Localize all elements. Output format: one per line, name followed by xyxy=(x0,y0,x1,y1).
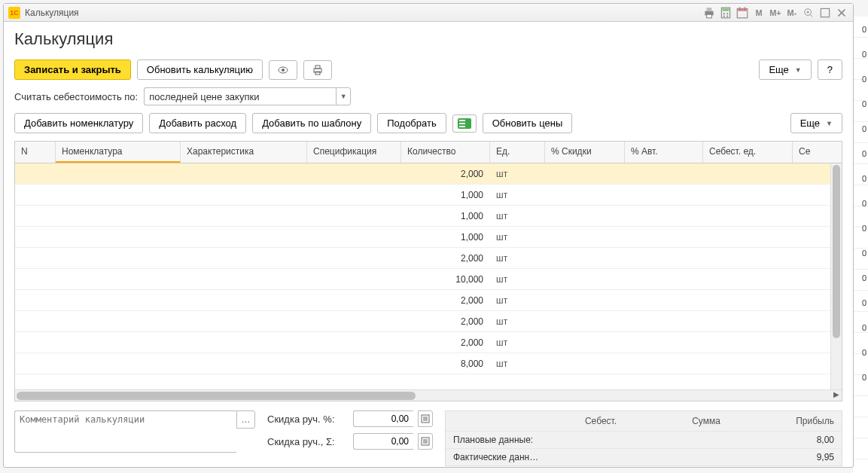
discount-pct-input[interactable] xyxy=(353,410,413,427)
table-settings-button[interactable] xyxy=(452,114,477,133)
discount-pct-label: Скидка руч. %: xyxy=(267,413,349,425)
col-quantity[interactable]: Количество xyxy=(401,142,490,163)
print-icon[interactable] xyxy=(702,6,716,20)
col-nomenclature[interactable]: Номенклатура xyxy=(56,142,181,163)
bg-cell: 0 xyxy=(853,41,868,66)
svg-line-14 xyxy=(811,14,813,17)
horizontal-scrollbar[interactable]: ▶ xyxy=(15,389,842,401)
svg-point-5 xyxy=(723,13,725,14)
bg-cell: 0 xyxy=(853,240,868,265)
col-discount-pct[interactable]: % Скидки xyxy=(545,142,625,163)
mem-m-icon[interactable]: M xyxy=(752,6,766,20)
items-table: N Номенклатура Характеристика Спецификац… xyxy=(14,141,842,401)
cell-qty: 2,000 xyxy=(401,295,490,306)
discount-sum-input[interactable] xyxy=(353,433,413,450)
add-expense-button[interactable]: Добавить расход xyxy=(149,113,246,133)
bg-cell: 0 xyxy=(853,17,868,41)
summary-col-cost: Себест. xyxy=(548,416,653,426)
comment-expand-button[interactable]: … xyxy=(236,410,255,429)
table-row[interactable]: 2,000 шт xyxy=(15,248,830,269)
cost-basis-select[interactable] xyxy=(144,87,336,105)
calc-icon[interactable] xyxy=(719,6,732,20)
table-row[interactable]: 1,000 шт xyxy=(15,227,830,248)
discount-pct-calc-button[interactable] xyxy=(418,410,433,427)
comment-input[interactable] xyxy=(14,410,236,453)
cell-unit: шт xyxy=(490,337,545,348)
col-specification[interactable]: Спецификация xyxy=(307,142,401,163)
zoom-icon[interactable] xyxy=(802,6,815,20)
cell-unit: шт xyxy=(490,274,545,285)
refresh-prices-button[interactable]: Обновить цены xyxy=(483,113,573,133)
add-template-button[interactable]: Добавить по шаблону xyxy=(252,113,371,133)
minimize-icon[interactable] xyxy=(818,6,832,20)
summary-fact-label: Фактические данн… xyxy=(453,452,548,462)
cell-qty: 1,000 xyxy=(401,190,490,200)
cost-basis-dropdown-icon[interactable] xyxy=(336,87,351,105)
col-characteristic[interactable]: Характеристика xyxy=(181,142,307,163)
table-row[interactable]: 1,000 шт xyxy=(15,206,830,227)
titlebar: 1С Калькуляция M M+ M- xyxy=(4,4,853,22)
col-cost-unit[interactable]: Себест. ед. xyxy=(703,142,793,163)
svg-rect-1 xyxy=(707,8,712,11)
col-n[interactable]: N xyxy=(15,142,56,163)
bg-cell: 0 xyxy=(853,116,868,141)
pick-button[interactable]: Подобрать xyxy=(377,113,446,133)
bg-cell: 0 xyxy=(853,265,868,290)
bg-cell: 0 xyxy=(853,166,868,191)
table-row[interactable]: 2,000 шт xyxy=(15,311,830,332)
scrollbar-thumb[interactable] xyxy=(833,165,840,338)
table-row[interactable]: 2,000 шт xyxy=(15,332,830,353)
col-auto-pct[interactable]: % Авт. xyxy=(625,142,703,163)
mem-mminus-icon[interactable]: M- xyxy=(785,6,799,20)
help-button[interactable]: ? xyxy=(818,60,842,80)
cell-qty: 2,000 xyxy=(401,253,490,264)
scroll-right-icon[interactable]: ▶ xyxy=(833,390,839,398)
col-unit[interactable]: Ед. xyxy=(490,142,545,163)
table-row[interactable]: 8,000 шт xyxy=(15,353,830,374)
vertical-scrollbar[interactable] xyxy=(830,163,842,389)
discount-sum-label: Скидка руч., Σ: xyxy=(267,436,349,447)
calendar-icon[interactable] xyxy=(736,6,749,20)
more-button[interactable]: Еще xyxy=(759,60,811,80)
refresh-calc-button[interactable]: Обновить калькуляцию xyxy=(137,60,263,80)
bg-cell: 0 xyxy=(853,290,868,315)
table-header: N Номенклатура Характеристика Спецификац… xyxy=(15,142,842,163)
table-more-button[interactable]: Еще xyxy=(790,113,842,133)
background-grid: 0 0 0 0 0 0 0 0 0 0 0 0 0 0 0 xyxy=(853,17,868,473)
svg-rect-23 xyxy=(315,66,320,69)
bg-cell: 0 xyxy=(853,340,868,365)
cell-qty: 2,000 xyxy=(401,316,490,327)
summary-fact-profit: 9,95 xyxy=(759,452,834,462)
save-close-button[interactable]: Записать и закрыть xyxy=(14,60,131,80)
close-icon[interactable] xyxy=(835,6,848,20)
bg-cell: 0 xyxy=(853,315,868,340)
cell-qty: 2,000 xyxy=(401,169,490,179)
table-row[interactable]: 2,000 шт xyxy=(15,290,830,311)
col-cost-partial[interactable]: Се xyxy=(793,142,817,163)
table-settings-icon xyxy=(458,118,471,129)
svg-rect-10 xyxy=(737,8,748,11)
cost-basis-label: Считать себестоимость по: xyxy=(14,91,138,102)
app-window: 1С Калькуляция M M+ M- Калькуляция Запис… xyxy=(3,3,854,468)
cell-unit: шт xyxy=(490,232,545,243)
preview-button[interactable] xyxy=(269,60,297,80)
cost-basis-row: Считать себестоимость по: xyxy=(14,87,842,105)
bg-cell: 0 xyxy=(853,365,868,389)
cell-qty: 8,000 xyxy=(401,359,490,369)
cell-qty: 2,000 xyxy=(401,337,490,348)
print-button[interactable] xyxy=(303,60,332,80)
add-nomenclature-button[interactable]: Добавить номенклатуру xyxy=(14,113,143,133)
cell-unit: шт xyxy=(490,295,545,306)
table-row[interactable]: 1,000 шт xyxy=(15,185,830,206)
mem-mplus-icon[interactable]: M+ xyxy=(769,6,782,20)
cell-unit: шт xyxy=(490,359,545,369)
table-row[interactable]: 10,000 шт xyxy=(15,269,830,290)
cell-unit: шт xyxy=(490,211,545,221)
scrollbar-thumb[interactable] xyxy=(17,392,416,400)
table-row[interactable]: 2,000 шт xyxy=(15,163,830,185)
table-body[interactable]: 2,000 шт 1,000 шт 1,000 шт xyxy=(15,163,830,389)
bg-cell: 0 xyxy=(853,215,868,240)
cell-unit: шт xyxy=(490,253,545,264)
svg-rect-4 xyxy=(723,8,729,11)
discount-sum-calc-button[interactable] xyxy=(418,433,433,450)
